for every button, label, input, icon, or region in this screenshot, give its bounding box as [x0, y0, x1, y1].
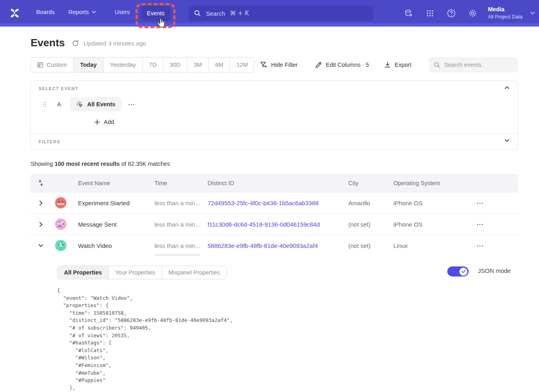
event-click-icon [76, 101, 84, 108]
date-range-control: Custom Today Yesterday 7D 30D 3M 6M 12M [30, 57, 255, 72]
cell-time: less than a min... [151, 242, 204, 249]
hide-filter-button[interactable]: Hide Filter [260, 57, 298, 72]
search-shortcut: ⌘ + K [230, 10, 249, 17]
mixpanel-logo-icon[interactable] [7, 6, 22, 20]
project-subtitle: All Project Data [488, 13, 523, 21]
col-header-distinct-id[interactable]: Distinct ID [204, 180, 345, 186]
global-search[interactable]: Search ⌘ + K [188, 6, 373, 21]
cell-time: less than a min... [151, 221, 204, 228]
event-json-viewer[interactable]: { "event": "Watch Video", "properties": … [57, 287, 233, 392]
col-header-city[interactable]: City [345, 180, 390, 186]
apps-grid-icon[interactable] [425, 8, 435, 18]
add-event-button[interactable]: Add [94, 119, 114, 125]
cell-city: (not set) [345, 242, 390, 249]
cell-city: (not set) [345, 221, 390, 228]
row-menu-button[interactable]: ··· [463, 242, 518, 249]
event-selector-button[interactable]: All Events [70, 97, 121, 111]
event-clause-row: A All Events ··· [43, 97, 136, 111]
project-name: Media [488, 5, 523, 13]
chevron-down-icon [530, 11, 535, 15]
collapse-section-icon[interactable] [504, 86, 510, 89]
expand-section-icon[interactable] [504, 139, 510, 142]
export-button[interactable]: Export [384, 57, 411, 72]
col-header-os[interactable]: Operating System [390, 180, 463, 186]
cell-os: iPhone OS [390, 200, 463, 206]
data-definitions-icon[interactable] [404, 8, 414, 18]
tab-all-properties[interactable]: All Properties [58, 266, 109, 279]
clause-letter: A [57, 101, 61, 107]
cell-distinct-id[interactable]: f11c30d6-dc6d-4518-9136-0d046159c84d [204, 221, 345, 228]
cell-distinct-id[interactable]: 5886283e-e9fb-48fb-81de-40e9093a2af4 [204, 242, 345, 249]
cell-event-name: Experiment Started [75, 200, 151, 206]
project-selector[interactable]: Media All Project Data [488, 5, 523, 21]
settings-icon[interactable] [468, 8, 477, 18]
event-row-menu-button[interactable]: ··· [128, 101, 136, 108]
search-icon [194, 10, 201, 17]
date-option-custom[interactable]: Custom [31, 58, 74, 72]
top-nav: Boards Reports Users Events Search ⌘ + K [0, 0, 539, 27]
results-summary: Showing 100 most recent results of 82.35… [31, 161, 170, 167]
check-icon [461, 270, 466, 273]
col-header-time[interactable]: Time [151, 180, 204, 186]
cell-os: Linux [390, 242, 463, 249]
download-icon [384, 61, 391, 68]
properties-tabs: All Properties Your Properties Mixpanel … [57, 266, 227, 279]
pencil-icon [315, 61, 322, 68]
table-header: Event Name Time Distinct ID City Operati… [30, 174, 518, 192]
chevron-down-icon[interactable] [38, 244, 43, 248]
event-avatar [55, 197, 66, 208]
event-detail-panel: All Properties Your Properties Mixpanel … [30, 256, 518, 392]
results-count: 100 most recent results [55, 161, 120, 167]
filters-label: FILTERS [39, 139, 60, 144]
refresh-icon[interactable] [72, 39, 79, 47]
json-mode-toggle[interactable] [447, 266, 469, 276]
query-builder-card: SELECT EVENT A All Events ··· Add [30, 80, 518, 150]
edit-columns-button[interactable]: Edit Columns · 5 [315, 57, 369, 72]
event-avatar [55, 219, 66, 230]
help-icon[interactable] [446, 8, 456, 18]
search-label: Search [206, 10, 225, 17]
cell-event-name: Watch Video [75, 242, 151, 249]
row-menu-button[interactable]: ··· [463, 221, 518, 228]
cell-time: less than a min... [151, 200, 204, 206]
tab-your-properties[interactable]: Your Properties [109, 266, 162, 279]
expand-collapse-all-icon[interactable] [38, 179, 43, 187]
calendar-icon [37, 62, 43, 68]
row-menu-button[interactable]: ··· [463, 200, 518, 206]
search-icon [434, 62, 440, 68]
updated-timestamp: Updated 3 minutes ago [84, 40, 146, 47]
chevron-right-icon[interactable] [39, 222, 43, 227]
filters-section-header[interactable]: FILTERS [31, 134, 518, 151]
col-header-event-name[interactable]: Event Name [75, 180, 151, 186]
table-row[interactable]: Message Sent less than a min... f11c30d6… [30, 213, 518, 235]
date-option-30d[interactable]: 30D [163, 58, 187, 72]
date-option-6m[interactable]: 6M [209, 58, 230, 72]
events-page: Boards Reports Users Events Search ⌘ + K [0, 0, 539, 392]
filter-icon [260, 61, 267, 68]
nav-item-users[interactable]: Users [115, 9, 130, 15]
page-title: Events [31, 37, 65, 49]
tab-mixpanel-properties[interactable]: Mixpanel Properties [162, 266, 226, 279]
cell-os: iPhone OS [390, 221, 463, 228]
date-option-today[interactable]: Today [74, 58, 104, 72]
toggle-knob [459, 268, 467, 276]
date-option-12m[interactable]: 12M [230, 58, 254, 72]
plus-icon [94, 119, 100, 125]
chevron-right-icon[interactable] [39, 200, 43, 206]
cell-distinct-id[interactable]: 72d49553-25fc-4f0c-b436-1b5ac6ab3388 [204, 200, 345, 206]
date-option-7d[interactable]: 7D [143, 58, 164, 72]
date-option-yesterday[interactable]: Yesterday [104, 58, 143, 72]
nav-item-boards[interactable]: Boards [36, 9, 55, 15]
search-events-field[interactable] [429, 57, 518, 72]
date-option-3m[interactable]: 3M [187, 58, 209, 72]
events-table: Event Name Time Distinct ID City Operati… [30, 174, 518, 392]
event-avatar [55, 240, 66, 251]
nav-item-reports[interactable]: Reports [68, 9, 96, 15]
search-events-input[interactable] [444, 62, 508, 68]
table-row[interactable]: Experiment Started less than a min... 72… [30, 192, 518, 213]
table-row-expanded[interactable]: Watch Video less than a min... 5886283e-… [30, 235, 518, 256]
json-mode-label: JSON mode [478, 267, 511, 274]
selected-event-name: All Events [87, 101, 115, 107]
drag-handle-icon[interactable] [43, 101, 47, 107]
nav-item-events[interactable]: Events [141, 6, 171, 21]
